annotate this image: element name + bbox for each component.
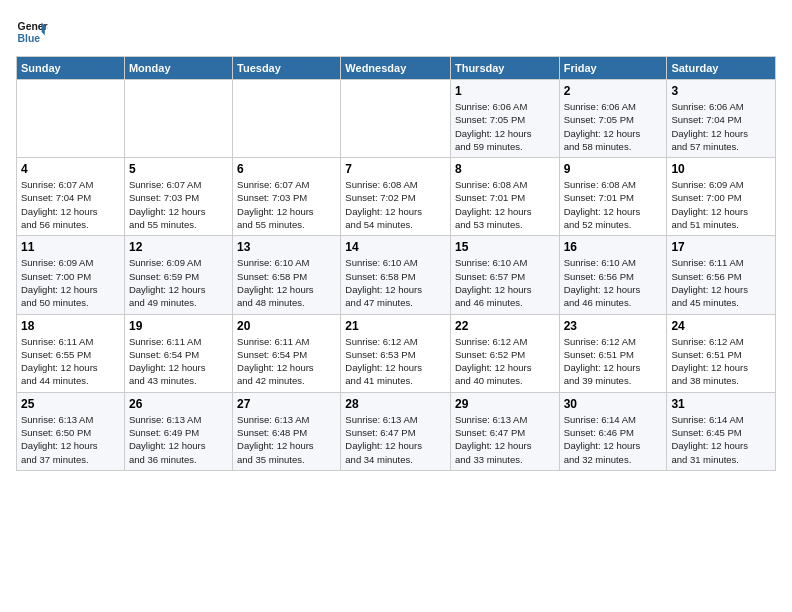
- day-number: 29: [455, 397, 555, 411]
- day-number: 20: [237, 319, 336, 333]
- day-info: Sunrise: 6:12 AM Sunset: 6:53 PM Dayligh…: [345, 335, 446, 388]
- day-number: 25: [21, 397, 120, 411]
- day-info: Sunrise: 6:10 AM Sunset: 6:57 PM Dayligh…: [455, 256, 555, 309]
- calendar-cell: 10Sunrise: 6:09 AM Sunset: 7:00 PM Dayli…: [667, 158, 776, 236]
- calendar-cell: 25Sunrise: 6:13 AM Sunset: 6:50 PM Dayli…: [17, 392, 125, 470]
- day-number: 10: [671, 162, 771, 176]
- calendar-cell: 22Sunrise: 6:12 AM Sunset: 6:52 PM Dayli…: [450, 314, 559, 392]
- day-number: 7: [345, 162, 446, 176]
- day-info: Sunrise: 6:11 AM Sunset: 6:56 PM Dayligh…: [671, 256, 771, 309]
- col-header-wednesday: Wednesday: [341, 57, 451, 80]
- calendar-cell: [341, 80, 451, 158]
- calendar-cell: 16Sunrise: 6:10 AM Sunset: 6:56 PM Dayli…: [559, 236, 667, 314]
- calendar-cell: 4Sunrise: 6:07 AM Sunset: 7:04 PM Daylig…: [17, 158, 125, 236]
- calendar-cell: 2Sunrise: 6:06 AM Sunset: 7:05 PM Daylig…: [559, 80, 667, 158]
- day-info: Sunrise: 6:14 AM Sunset: 6:45 PM Dayligh…: [671, 413, 771, 466]
- day-info: Sunrise: 6:09 AM Sunset: 7:00 PM Dayligh…: [21, 256, 120, 309]
- calendar-cell: [124, 80, 232, 158]
- calendar-cell: 9Sunrise: 6:08 AM Sunset: 7:01 PM Daylig…: [559, 158, 667, 236]
- day-info: Sunrise: 6:08 AM Sunset: 7:02 PM Dayligh…: [345, 178, 446, 231]
- day-info: Sunrise: 6:11 AM Sunset: 6:54 PM Dayligh…: [237, 335, 336, 388]
- day-number: 12: [129, 240, 228, 254]
- logo-icon: General Blue: [16, 16, 48, 48]
- day-info: Sunrise: 6:13 AM Sunset: 6:48 PM Dayligh…: [237, 413, 336, 466]
- calendar-cell: 29Sunrise: 6:13 AM Sunset: 6:47 PM Dayli…: [450, 392, 559, 470]
- calendar-cell: 11Sunrise: 6:09 AM Sunset: 7:00 PM Dayli…: [17, 236, 125, 314]
- day-info: Sunrise: 6:11 AM Sunset: 6:54 PM Dayligh…: [129, 335, 228, 388]
- header-row: SundayMondayTuesdayWednesdayThursdayFrid…: [17, 57, 776, 80]
- calendar-cell: 6Sunrise: 6:07 AM Sunset: 7:03 PM Daylig…: [233, 158, 341, 236]
- day-info: Sunrise: 6:13 AM Sunset: 6:50 PM Dayligh…: [21, 413, 120, 466]
- day-number: 5: [129, 162, 228, 176]
- calendar-cell: 20Sunrise: 6:11 AM Sunset: 6:54 PM Dayli…: [233, 314, 341, 392]
- calendar-cell: 21Sunrise: 6:12 AM Sunset: 6:53 PM Dayli…: [341, 314, 451, 392]
- calendar-week-4: 18Sunrise: 6:11 AM Sunset: 6:55 PM Dayli…: [17, 314, 776, 392]
- calendar-cell: 15Sunrise: 6:10 AM Sunset: 6:57 PM Dayli…: [450, 236, 559, 314]
- day-info: Sunrise: 6:11 AM Sunset: 6:55 PM Dayligh…: [21, 335, 120, 388]
- day-number: 23: [564, 319, 663, 333]
- day-number: 14: [345, 240, 446, 254]
- calendar-cell: 8Sunrise: 6:08 AM Sunset: 7:01 PM Daylig…: [450, 158, 559, 236]
- day-info: Sunrise: 6:07 AM Sunset: 7:04 PM Dayligh…: [21, 178, 120, 231]
- logo: General Blue: [16, 16, 48, 48]
- calendar-cell: 24Sunrise: 6:12 AM Sunset: 6:51 PM Dayli…: [667, 314, 776, 392]
- calendar-cell: [17, 80, 125, 158]
- calendar-cell: 26Sunrise: 6:13 AM Sunset: 6:49 PM Dayli…: [124, 392, 232, 470]
- calendar-cell: 5Sunrise: 6:07 AM Sunset: 7:03 PM Daylig…: [124, 158, 232, 236]
- day-number: 27: [237, 397, 336, 411]
- calendar-cell: 18Sunrise: 6:11 AM Sunset: 6:55 PM Dayli…: [17, 314, 125, 392]
- day-info: Sunrise: 6:06 AM Sunset: 7:05 PM Dayligh…: [455, 100, 555, 153]
- col-header-monday: Monday: [124, 57, 232, 80]
- calendar-week-5: 25Sunrise: 6:13 AM Sunset: 6:50 PM Dayli…: [17, 392, 776, 470]
- col-header-friday: Friday: [559, 57, 667, 80]
- calendar-cell: 28Sunrise: 6:13 AM Sunset: 6:47 PM Dayli…: [341, 392, 451, 470]
- day-info: Sunrise: 6:09 AM Sunset: 6:59 PM Dayligh…: [129, 256, 228, 309]
- page-header: General Blue: [16, 16, 776, 48]
- day-number: 31: [671, 397, 771, 411]
- day-info: Sunrise: 6:07 AM Sunset: 7:03 PM Dayligh…: [237, 178, 336, 231]
- calendar-cell: 12Sunrise: 6:09 AM Sunset: 6:59 PM Dayli…: [124, 236, 232, 314]
- day-info: Sunrise: 6:09 AM Sunset: 7:00 PM Dayligh…: [671, 178, 771, 231]
- day-number: 30: [564, 397, 663, 411]
- day-number: 11: [21, 240, 120, 254]
- day-number: 9: [564, 162, 663, 176]
- day-number: 18: [21, 319, 120, 333]
- calendar-cell: 1Sunrise: 6:06 AM Sunset: 7:05 PM Daylig…: [450, 80, 559, 158]
- day-info: Sunrise: 6:07 AM Sunset: 7:03 PM Dayligh…: [129, 178, 228, 231]
- col-header-tuesday: Tuesday: [233, 57, 341, 80]
- calendar-cell: [233, 80, 341, 158]
- svg-text:Blue: Blue: [18, 33, 41, 44]
- day-number: 17: [671, 240, 771, 254]
- calendar-week-1: 1Sunrise: 6:06 AM Sunset: 7:05 PM Daylig…: [17, 80, 776, 158]
- calendar-cell: 23Sunrise: 6:12 AM Sunset: 6:51 PM Dayli…: [559, 314, 667, 392]
- calendar-week-2: 4Sunrise: 6:07 AM Sunset: 7:04 PM Daylig…: [17, 158, 776, 236]
- calendar-week-3: 11Sunrise: 6:09 AM Sunset: 7:00 PM Dayli…: [17, 236, 776, 314]
- day-number: 13: [237, 240, 336, 254]
- calendar-cell: 13Sunrise: 6:10 AM Sunset: 6:58 PM Dayli…: [233, 236, 341, 314]
- day-info: Sunrise: 6:10 AM Sunset: 6:58 PM Dayligh…: [237, 256, 336, 309]
- calendar-cell: 19Sunrise: 6:11 AM Sunset: 6:54 PM Dayli…: [124, 314, 232, 392]
- col-header-thursday: Thursday: [450, 57, 559, 80]
- calendar-cell: 30Sunrise: 6:14 AM Sunset: 6:46 PM Dayli…: [559, 392, 667, 470]
- day-number: 4: [21, 162, 120, 176]
- day-number: 1: [455, 84, 555, 98]
- col-header-sunday: Sunday: [17, 57, 125, 80]
- day-number: 16: [564, 240, 663, 254]
- day-number: 24: [671, 319, 771, 333]
- calendar-cell: 3Sunrise: 6:06 AM Sunset: 7:04 PM Daylig…: [667, 80, 776, 158]
- day-info: Sunrise: 6:12 AM Sunset: 6:51 PM Dayligh…: [671, 335, 771, 388]
- day-info: Sunrise: 6:14 AM Sunset: 6:46 PM Dayligh…: [564, 413, 663, 466]
- day-number: 19: [129, 319, 228, 333]
- day-info: Sunrise: 6:12 AM Sunset: 6:51 PM Dayligh…: [564, 335, 663, 388]
- day-number: 15: [455, 240, 555, 254]
- day-number: 21: [345, 319, 446, 333]
- day-info: Sunrise: 6:10 AM Sunset: 6:56 PM Dayligh…: [564, 256, 663, 309]
- day-number: 26: [129, 397, 228, 411]
- calendar-cell: 17Sunrise: 6:11 AM Sunset: 6:56 PM Dayli…: [667, 236, 776, 314]
- day-info: Sunrise: 6:10 AM Sunset: 6:58 PM Dayligh…: [345, 256, 446, 309]
- day-info: Sunrise: 6:13 AM Sunset: 6:47 PM Dayligh…: [455, 413, 555, 466]
- calendar-cell: 31Sunrise: 6:14 AM Sunset: 6:45 PM Dayli…: [667, 392, 776, 470]
- day-number: 3: [671, 84, 771, 98]
- day-info: Sunrise: 6:06 AM Sunset: 7:04 PM Dayligh…: [671, 100, 771, 153]
- day-number: 2: [564, 84, 663, 98]
